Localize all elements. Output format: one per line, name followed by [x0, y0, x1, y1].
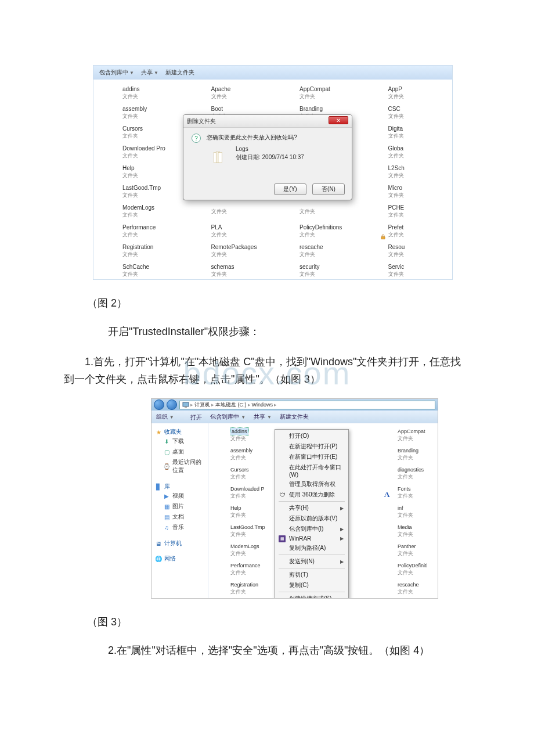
- context-menu-item[interactable]: 管理员取得所有权: [276, 479, 347, 489]
- dialog-no-button[interactable]: 否(N): [312, 183, 345, 195]
- folder-item[interactable]: Cursors文件夹: [104, 123, 187, 142]
- folder-item[interactable]: Registration文件夹: [213, 579, 276, 598]
- dialog-folder-name: Logs: [236, 145, 304, 153]
- folder-item[interactable]: assembly文件夹: [213, 445, 276, 464]
- context-menu-item[interactable]: 在新进程中打开(P): [276, 441, 347, 452]
- context-menu-item[interactable]: 在新窗口中打开(E): [276, 452, 347, 462]
- folder-item[interactable]: schemas文件夹: [278, 598, 378, 599]
- folder-item[interactable]: Resou文件夹: [370, 241, 453, 261]
- folder-item[interactable]: Globa文件夹: [370, 142, 453, 162]
- sidebar-item[interactable]: ▢桌面: [155, 447, 204, 457]
- toolbar-new-folder-2[interactable]: 新建文件夹: [280, 413, 309, 421]
- folder-item[interactable]: LastGood.Tmp文件夹: [213, 521, 276, 541]
- sidebar-item[interactable]: ▶视频: [155, 491, 204, 501]
- folder-item[interactable]: AppCompat文件夹: [281, 83, 364, 103]
- folder-item[interactable]: 文件夹: [193, 201, 276, 221]
- folder-item[interactable]: LastGood.Tmp文件夹: [104, 182, 187, 201]
- paragraph-step-2: 2.在"属性"对话框中，选择"安全"选项，再点击"高级"按钮。（如图 4）: [87, 642, 447, 659]
- sidebar-item[interactable]: ⌚最近访问的位置: [155, 457, 204, 476]
- sidebar-item[interactable]: ♫音乐: [155, 522, 204, 532]
- folder-item[interactable]: Cursors文件夹: [213, 464, 276, 483]
- folder-item[interactable]: Panther文件夹: [380, 541, 435, 560]
- folder-item[interactable]: assembly文件夹: [104, 103, 187, 123]
- folder-item[interactable]: rescache文件夹: [380, 579, 435, 598]
- folder-item[interactable]: SchCache文件夹: [104, 261, 187, 280]
- folder-item[interactable]: security文件夹: [281, 261, 364, 280]
- dialog-titlebar: 删除文件夹 ✕: [183, 115, 352, 128]
- folder-item[interactable]: Performance文件夹: [213, 560, 276, 579]
- context-menu-item[interactable]: 在此处打开命令窗口(W): [276, 462, 347, 479]
- context-menu-item[interactable]: 共享(H)▶: [276, 503, 347, 513]
- context-menu-item[interactable]: 复制为路径(A): [276, 543, 347, 553]
- sidebar-item[interactable]: ⬇下载: [155, 436, 204, 447]
- rar-icon: ▦: [279, 535, 286, 542]
- folder-item[interactable]: Micro文件夹: [370, 182, 453, 201]
- folder-item[interactable]: AppP文件夹: [370, 83, 453, 103]
- sidebar-item[interactable]: ▦图片: [155, 501, 204, 512]
- folder-item[interactable]: Branding文件夹: [380, 445, 435, 464]
- dialog-yes-button[interactable]: 是(Y): [274, 183, 306, 195]
- nav-forward-button[interactable]: [167, 399, 177, 410]
- dialog-close-button[interactable]: ✕: [329, 116, 348, 124]
- context-menu-item[interactable]: 发送到(N)▶: [276, 556, 347, 567]
- question-icon: ?: [192, 134, 201, 143]
- toolbar-include-2[interactable]: 包含到库中 ▼: [210, 413, 246, 421]
- nav-back-button[interactable]: [154, 399, 164, 410]
- address-bar: ▸ 计算机▸ 本地磁盘 (C:)▸ Windows▸: [151, 399, 438, 411]
- folder-item[interactable]: PLA文件夹: [193, 221, 276, 241]
- sidebar-network[interactable]: 🌐网络: [155, 555, 204, 563]
- folder-item[interactable]: Performance文件夹: [104, 221, 187, 241]
- folder-item[interactable]: schemas文件夹: [193, 261, 276, 280]
- toolbar-share[interactable]: 共享 ▼: [141, 69, 158, 77]
- toolbar-organize[interactable]: 组织 ▼: [156, 413, 174, 421]
- context-menu-item[interactable]: 打开(O): [276, 431, 347, 441]
- folder-item[interactable]: Downloaded P文件夹: [213, 483, 276, 502]
- folder-item[interactable]: Apache文件夹: [193, 83, 276, 103]
- folder-item[interactable]: Registration文件夹: [104, 241, 187, 261]
- address-breadcrumb[interactable]: ▸ 计算机▸ 本地磁盘 (C:)▸ Windows▸: [179, 401, 435, 409]
- folder-item[interactable]: PCHE文件夹: [370, 201, 453, 221]
- folder-item[interactable]: inf文件夹: [380, 502, 435, 521]
- folder-item[interactable]: Media文件夹: [380, 521, 435, 541]
- folder-item[interactable]: Downloaded Pro文件夹: [104, 142, 187, 162]
- folder-item[interactable]: Digita文件夹: [370, 123, 453, 142]
- folder-item[interactable]: SchCache文件夹: [213, 598, 276, 599]
- submenu-arrow-icon: ▶: [340, 506, 344, 511]
- sidebar-nav: ★收藏夹 ⬇下载▢桌面⌚最近访问的位置 ▊库 ▶视频▦图片▤文档♫音乐 🖥计算机…: [151, 423, 208, 598]
- context-menu-item[interactable]: 剪切(T): [276, 570, 347, 580]
- toolbar-new-folder[interactable]: 新建文件夹: [165, 69, 194, 77]
- sidebar-item[interactable]: ▤文档: [155, 512, 204, 522]
- folder-item[interactable]: PolicyDefinitions文件夹: [281, 221, 364, 241]
- toolbar-include-in-library[interactable]: 包含到库中 ▼: [99, 69, 134, 77]
- folder-item[interactable]: Prefet文件夹: [370, 221, 453, 241]
- folder-item[interactable]: Help文件夹: [104, 162, 187, 182]
- folder-item[interactable]: 文件夹: [281, 201, 364, 221]
- folder-item[interactable]: security文件夹: [380, 598, 435, 599]
- folder-item[interactable]: rescache文件夹: [281, 241, 364, 261]
- folder-item[interactable]: ModemLogs文件夹: [104, 201, 187, 221]
- folder-item[interactable]: ModemLogs文件夹: [213, 541, 276, 560]
- folder-item[interactable]: AppCompat文件夹: [380, 426, 435, 445]
- toolbar-open[interactable]: 打开: [182, 412, 203, 422]
- folder-item[interactable]: RemotePackages文件夹: [193, 241, 276, 261]
- context-menu-item[interactable]: 创建快捷方式(S): [276, 593, 347, 599]
- toolbar-share-2[interactable]: 共享 ▼: [254, 413, 272, 421]
- folder-item[interactable]: Fonts文件夹: [380, 483, 435, 502]
- folder-item[interactable]: diagnostics文件夹: [380, 464, 435, 483]
- context-menu-item[interactable]: 还原以前的版本(V): [276, 513, 347, 524]
- folder-item[interactable]: addins文件夹: [213, 426, 276, 445]
- sidebar-computer[interactable]: 🖥计算机: [155, 539, 204, 548]
- context-menu-item[interactable]: ▦WinRAR▶: [276, 534, 347, 543]
- folder-item[interactable]: L2Sch文件夹: [370, 162, 453, 182]
- folder-item[interactable]: PolicyDefiniti文件夹: [380, 560, 435, 579]
- folder-item[interactable]: Help文件夹: [213, 502, 276, 521]
- submenu-arrow-icon: ▶: [340, 536, 344, 541]
- folder-item[interactable]: addins文件夹: [104, 83, 187, 103]
- folder-item[interactable]: CSC文件夹: [370, 103, 453, 123]
- context-menu-item[interactable]: 复制(C): [276, 580, 347, 591]
- context-menu-item[interactable]: 🛡使用 360强力删除: [276, 489, 347, 500]
- folder-item[interactable]: Servic文件夹: [370, 261, 453, 280]
- context-menu-item[interactable]: 包含到库中(I)▶: [276, 524, 347, 534]
- sidebar-favorites-title[interactable]: ★收藏夹: [155, 428, 204, 436]
- sidebar-libraries-title[interactable]: ▊库: [155, 483, 204, 491]
